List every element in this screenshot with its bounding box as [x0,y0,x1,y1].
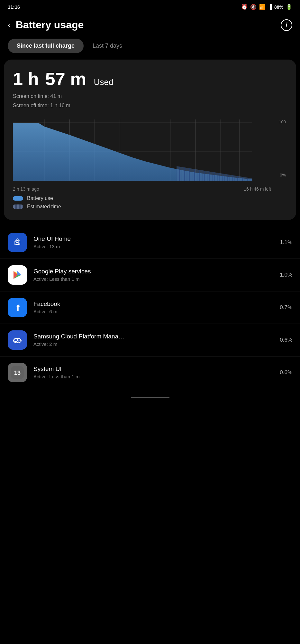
app-item-systemui[interactable]: 13 System UI Active: Less than 1 m 0.6% [0,356,300,389]
chart-svg [13,119,287,184]
app-percent-systemui: 0.6% [276,369,292,376]
chart-y-bottom: 0% [279,173,286,177]
wifi-icon: 📶 [259,4,266,10]
chart-legend: Battery use Estimated time [13,195,287,210]
chart-x-right: 16 h 46 m left [244,186,271,192]
app-active-systemui: Active: Less than 1 m [33,374,270,379]
legend-estimated-time-icon [13,204,23,209]
hours-value: 1 h [13,69,39,89]
app-icon-facebook: f [8,298,27,317]
status-bar: 11:16 ⏰ 🔇 📶 ▐ 88% 🔋 [0,0,300,13]
svg-text:13: 13 [14,370,21,376]
header: ‹ Battery usage i [0,13,300,39]
info-button[interactable]: i [281,19,292,31]
tab-since-last-charge[interactable]: Since last full charge [8,39,84,53]
app-info-samsung-cloud: Samsung Cloud Platform Mana… Active: 2 m [33,333,270,347]
usage-time-display: 1 h 57 m Used [13,70,287,88]
app-icon-samsung-cloud [8,330,27,350]
minutes-value: 57 m [45,69,86,89]
app-icon-google-play [8,265,27,285]
used-label: Used [94,77,114,87]
legend-estimated-time: Estimated time [13,204,287,210]
app-info-facebook: Facebook Active: 6 m [33,300,270,314]
nav-indicator [131,397,169,398]
chart-x-left: 2 h 13 m ago [13,186,39,192]
signal-icon: ▐ [268,4,272,10]
svg-point-28 [18,341,19,342]
app-icon-oneui: S [8,233,27,252]
app-name-oneui: One UI Home [33,235,270,242]
header-left: ‹ Battery usage [8,19,84,31]
app-name-google-play: Google Play services [33,268,270,275]
app-item-oneui-home[interactable]: S One UI Home Active: 13 m 1.1% [0,226,300,259]
app-active-oneui: Active: 13 m [33,244,270,249]
app-percent-samsung-cloud: 0.6% [276,337,292,343]
chart-y-labels: 100 0% [279,119,287,177]
app-item-google-play[interactable]: Google Play services Active: Less than 1… [0,259,300,291]
screen-off-time: Screen off time: 1 h 16 m [13,101,287,110]
screen-on-time: Screen on time: 41 m [13,92,287,101]
mute-icon: 🔇 [250,4,257,10]
battery-chart: 100 0% [13,119,287,190]
main-card: 1 h 57 m Used Screen on time: 41 m Scree… [4,60,296,220]
legend-battery-use-label: Battery use [27,195,53,201]
app-info-google-play: Google Play services Active: Less than 1… [33,268,270,282]
app-info-oneui: One UI Home Active: 13 m [33,235,270,249]
app-percent-facebook: 0.7% [276,304,292,311]
tab-last-7-days[interactable]: Last 7 days [84,39,131,53]
svg-text:f: f [16,303,20,313]
app-percent-google-play: 1.0% [276,272,292,278]
app-percent-oneui: 1.1% [276,239,292,246]
battery-percent: 88% [274,5,283,10]
battery-icon: 🔋 [286,4,292,10]
tab-selector: Since last full charge Last 7 days [0,39,300,60]
svg-point-27 [17,342,18,343]
status-icons: ⏰ 🔇 📶 ▐ 88% 🔋 [241,4,292,10]
app-list: S One UI Home Active: 13 m 1.1% Google P… [0,226,300,389]
app-item-samsung-cloud[interactable]: Samsung Cloud Platform Mana… Active: 2 m… [0,324,300,356]
legend-battery-use-icon [13,196,23,201]
app-item-facebook[interactable]: f Facebook Active: 6 m 0.7% [0,291,300,324]
screen-times: Screen on time: 41 m Screen off time: 1 … [13,92,287,110]
app-active-google-play: Active: Less than 1 m [33,276,270,282]
app-info-systemui: System UI Active: Less than 1 m [33,365,270,379]
svg-marker-15 [177,166,252,181]
app-name-systemui: System UI [33,365,270,373]
legend-battery-use: Battery use [13,195,287,201]
chart-x-labels: 2 h 13 m ago 16 h 46 m left [13,186,287,192]
bottom-bar [0,389,300,403]
app-name-facebook: Facebook [33,300,270,308]
svg-point-26 [16,341,17,342]
app-active-facebook: Active: 6 m [33,309,270,314]
back-button[interactable]: ‹ [8,20,11,30]
alarm-icon: ⏰ [241,4,248,10]
app-name-samsung-cloud: Samsung Cloud Platform Mana… [33,333,270,340]
status-time: 11:16 [8,4,20,10]
app-active-samsung-cloud: Active: 2 m [33,341,270,347]
legend-estimated-time-label: Estimated time [27,204,61,210]
chart-y-top: 100 [279,119,286,124]
app-icon-systemui: 13 [8,363,27,382]
page-title: Battery usage [16,19,84,31]
